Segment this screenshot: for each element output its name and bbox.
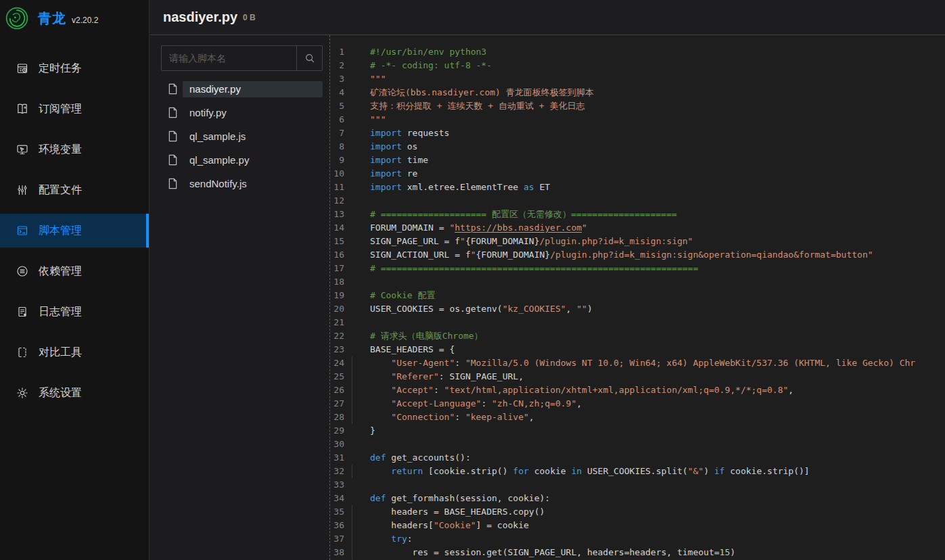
line-number: 6 — [330, 113, 344, 126]
sidebar-item-cron[interactable]: 定时任务 — [0, 51, 149, 85]
code-text: """ — [370, 113, 386, 126]
code-text: SIGN_ACTION_URL = f"{FORUM_DOMAIN}/plugi… — [370, 248, 873, 262]
indent-guide — [352, 370, 352, 383]
sidebar-item-diff[interactable]: 对比工具 — [0, 335, 149, 369]
logo: 青龙 v2.20.2 — [0, 0, 149, 31]
line-number: 1 — [330, 45, 344, 59]
file-item[interactable]: sendNotify.js — [161, 172, 323, 195]
line-number: 2 — [330, 59, 344, 72]
code-text: import xml.etree.ElementTree as ET — [370, 181, 550, 194]
sidebar-item-label: 脚本管理 — [39, 224, 82, 238]
file-item[interactable]: notify.py — [161, 101, 323, 124]
code-line: 2# -*- coding: utf-8 -*- — [330, 59, 945, 72]
code-line: 19# Cookie 配置 — [330, 289, 945, 302]
sidebar-item-subscription[interactable]: 订阅管理 — [0, 92, 149, 126]
code-text: 矿渣论坛(bbs.nasdiyer.com) 青龙面板终极签到脚本 — [370, 86, 594, 99]
dependency-icon — [16, 265, 28, 277]
line-number: 24 — [330, 356, 344, 370]
script-search-box — [161, 45, 323, 71]
sidebar-item-env[interactable]: 环境变量 — [0, 133, 149, 166]
sidebar-item-label: 定时任务 — [39, 62, 82, 76]
sidebar-item-setting[interactable]: 系统设置 — [0, 376, 149, 410]
code-text: "Connection": "keep-alive", — [370, 411, 534, 424]
code-line: 6""" — [330, 113, 945, 126]
line-number: 18 — [330, 275, 344, 289]
line-number: 37 — [330, 532, 344, 546]
line-number: 21 — [330, 316, 344, 329]
code-line: 5支持：积分提取 + 连续天数 + 自动重试 + 美化日志 — [330, 99, 945, 113]
code-text: # Cookie 配置 — [370, 289, 435, 302]
code-line: 3""" — [330, 72, 945, 86]
line-number: 35 — [330, 505, 344, 519]
code-text: "Accept": "text/html,application/xhtml+x… — [370, 383, 793, 397]
schedule-icon — [16, 62, 28, 74]
line-number: 30 — [330, 438, 344, 451]
file-name: notify.py — [183, 105, 323, 121]
file-item[interactable]: ql_sample.py — [161, 148, 323, 172]
code-line: 37 try: — [330, 532, 945, 546]
line-number: 20 — [330, 302, 344, 316]
sidebar-item-label: 日志管理 — [39, 305, 82, 319]
search-button[interactable] — [296, 46, 322, 70]
line-number: 32 — [330, 465, 344, 478]
diff-icon — [16, 346, 28, 358]
indent-guide — [352, 505, 352, 519]
sidebar-item-label: 订阅管理 — [39, 102, 82, 116]
file-name: ql_sample.py — [183, 152, 323, 168]
app-version: v2.20.2 — [72, 16, 98, 25]
script-file-tree: nasdiyer.pynotify.pyql_sample.jsql_sampl… — [161, 77, 323, 195]
code-line: 18 — [330, 275, 945, 289]
search-input[interactable] — [162, 46, 296, 70]
code-text: try: — [370, 532, 413, 546]
env-icon — [16, 143, 28, 156]
code-line: 31def get_accounts(): — [330, 451, 945, 465]
line-number: 16 — [330, 248, 344, 262]
sidebar-item-log[interactable]: 日志管理 — [0, 295, 149, 329]
line-number: 27 — [330, 397, 344, 411]
line-number: 9 — [330, 154, 344, 167]
code-line: 33 — [330, 478, 945, 492]
code-line: 30 — [330, 438, 945, 451]
code-text: # ======================================… — [370, 262, 698, 275]
code-line: 24 "User-Agent": "Mozilla/5.0 (Windows N… — [330, 356, 945, 370]
code-text: "Accept-Language": "zh-CN,zh;q=0.9", — [370, 397, 582, 411]
sidebar-item-label: 环境变量 — [39, 143, 82, 157]
line-number: 29 — [330, 424, 344, 438]
line-number: 33 — [330, 478, 344, 492]
line-number: 5 — [330, 99, 344, 113]
code-text: def get_formhash(session, cookie): — [370, 492, 550, 505]
line-number: 12 — [330, 194, 344, 208]
code-line: 10import re — [330, 167, 945, 181]
code-line: 22# 请求头（电脑版Chrome） — [330, 329, 945, 343]
line-number: 31 — [330, 451, 344, 465]
code-line: 34def get_formhash(session, cookie): — [330, 492, 945, 505]
sidebar-item-config[interactable]: 配置文件 — [0, 173, 149, 207]
file-item[interactable]: ql_sample.js — [161, 124, 323, 148]
sidebar-item-dependence[interactable]: 依赖管理 — [0, 254, 149, 288]
file-name: nasdiyer.py — [183, 81, 323, 97]
file-name: ql_sample.js — [183, 129, 323, 145]
line-number: 23 — [330, 343, 344, 356]
line-number: 10 — [330, 167, 344, 181]
file-icon — [168, 83, 178, 95]
indent-guide — [352, 519, 352, 532]
code-line: 20USER_COOKIES = os.getenv("kz_COOKIES",… — [330, 302, 945, 316]
code-line: 16SIGN_ACTION_URL = f"{FORUM_DOMAIN}/plu… — [330, 248, 945, 262]
code-line: 38 res = session.get(SIGN_PAGE_URL, head… — [330, 546, 945, 559]
subscription-icon — [16, 103, 28, 115]
line-number: 28 — [330, 411, 344, 424]
code-line: 7import requests — [330, 126, 945, 140]
sidebar-item-script[interactable]: 脚本管理 — [0, 214, 149, 248]
code-editor[interactable]: 1#!/usr/bin/env python32# -*- coding: ut… — [330, 35, 945, 560]
line-number: 8 — [330, 140, 344, 154]
settings-icon — [16, 387, 28, 399]
file-item[interactable]: nasdiyer.py — [161, 77, 323, 101]
code-line: 23BASE_HEADERS = { — [330, 343, 945, 356]
code-text: res = session.get(SIGN_PAGE_URL, headers… — [370, 546, 735, 559]
line-number: 11 — [330, 181, 344, 194]
code-line: 28 "Connection": "keep-alive", — [330, 411, 945, 424]
code-line: 14FORUM_DOMAIN = "https://bbs.nasdiyer.c… — [330, 221, 945, 235]
line-number: 19 — [330, 289, 344, 302]
indent-guide — [352, 465, 352, 478]
code-text: # -*- coding: utf-8 -*- — [370, 59, 492, 72]
